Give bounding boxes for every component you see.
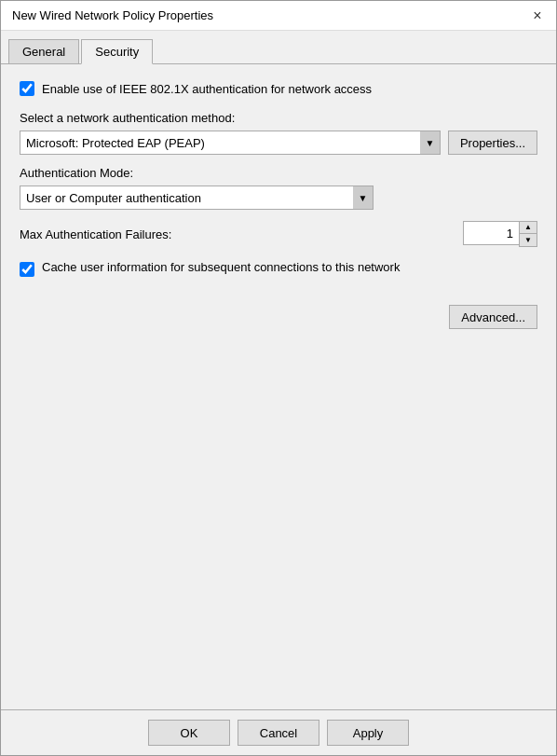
max-failures-input[interactable] [463, 221, 519, 245]
tab-security[interactable]: Security [81, 39, 153, 64]
cache-checkbox-label: Cache user information for subsequent co… [42, 260, 400, 274]
spinner-buttons: ▲ ▼ [519, 221, 537, 247]
dialog-title: New Wired Network Policy Properties [12, 8, 213, 22]
cancel-button[interactable]: Cancel [238, 720, 319, 746]
title-bar: New Wired Network Policy Properties × [1, 1, 556, 31]
max-failures-spinner: ▲ ▼ [463, 221, 537, 247]
apply-button[interactable]: Apply [327, 720, 409, 746]
close-button[interactable]: × [526, 5, 549, 27]
properties-button[interactable]: Properties... [448, 131, 537, 155]
spinner-up-button[interactable]: ▲ [520, 222, 537, 234]
tabs-bar: General Security [1, 31, 556, 64]
ieee-checkbox-row: Enable use of IEEE 802.1X authentication… [20, 81, 537, 96]
auth-mode-dropdown-container: User or Computer authentication Computer… [20, 186, 374, 210]
tab-general[interactable]: General [8, 39, 79, 64]
ok-button[interactable]: OK [148, 720, 230, 746]
advanced-row: Advanced... [20, 305, 537, 329]
max-failures-row: Max Authentication Failures: ▲ ▼ [20, 221, 537, 247]
cache-checkbox-row: Cache user information for subsequent co… [20, 260, 537, 277]
cache-checkbox[interactable] [20, 262, 34, 277]
max-failures-label: Max Authentication Failures: [20, 227, 463, 241]
ieee-checkbox[interactable] [20, 81, 34, 96]
auth-mode-label: Authentication Mode: [20, 166, 537, 180]
dialog-footer: OK Cancel Apply [1, 709, 556, 755]
spinner-down-button[interactable]: ▼ [520, 234, 537, 246]
auth-method-select[interactable]: Microsoft: Protected EAP (PEAP) Microsof… [20, 131, 441, 155]
dialog-window: New Wired Network Policy Properties × Ge… [0, 0, 557, 756]
auth-method-label: Select a network authentication method: [20, 111, 537, 125]
tab-security-label: Security [95, 45, 139, 59]
auth-mode-row: User or Computer authentication Computer… [20, 186, 537, 210]
advanced-button[interactable]: Advanced... [449, 305, 537, 329]
auth-method-dropdown-container: Microsoft: Protected EAP (PEAP) Microsof… [20, 131, 441, 155]
auth-method-row: Microsoft: Protected EAP (PEAP) Microsof… [20, 131, 537, 155]
ieee-checkbox-label: Enable use of IEEE 802.1X authentication… [42, 82, 372, 96]
tab-general-label: General [22, 45, 65, 59]
auth-mode-select[interactable]: User or Computer authentication Computer… [20, 186, 374, 210]
security-tab-content: Enable use of IEEE 802.1X authentication… [1, 64, 556, 709]
